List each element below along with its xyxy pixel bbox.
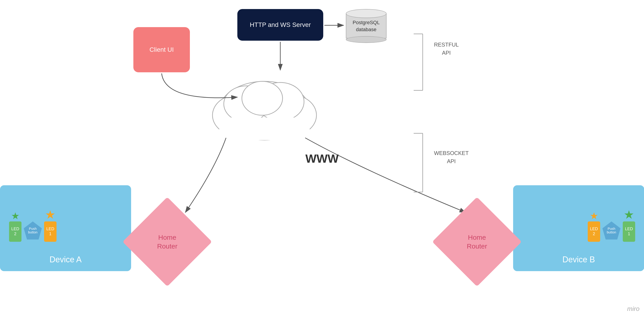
db-top bbox=[346, 9, 386, 18]
led1-tower-body: LED1 bbox=[44, 221, 56, 242]
server-box: HTTP and WS Server bbox=[237, 9, 323, 41]
svg-point-1 bbox=[212, 95, 262, 136]
device-a-led2: ★ LED2 bbox=[9, 210, 22, 242]
device-a-led1: ★ LED1 bbox=[44, 208, 56, 242]
device-a-label: Device A bbox=[50, 255, 82, 264]
svg-point-5 bbox=[242, 81, 282, 115]
router-a-wrapper: HomeRouter bbox=[131, 206, 204, 278]
device-b-label: Device B bbox=[562, 255, 595, 264]
cloud-label: WWW bbox=[306, 152, 338, 165]
led2-tower-body: LED2 bbox=[9, 221, 22, 242]
database-container: PostgreSQL database bbox=[344, 9, 389, 45]
device-b-pushbtn: Pushbutton bbox=[602, 221, 620, 240]
miro-badge: miro bbox=[627, 305, 640, 313]
device-b-led1: ★ LED1 bbox=[623, 208, 635, 242]
router-a-label: HomeRouter bbox=[157, 233, 178, 251]
device-b-led1-body: LED1 bbox=[623, 221, 635, 242]
device-b-led2-body: LED2 bbox=[588, 221, 600, 242]
client-label: Client UI bbox=[150, 46, 174, 53]
svg-point-3 bbox=[224, 86, 269, 122]
router-b-label: HomeRouter bbox=[467, 233, 487, 251]
svg-point-2 bbox=[267, 95, 316, 136]
router-b-wrapper: HomeRouter bbox=[441, 206, 513, 278]
db-bottom bbox=[346, 36, 386, 43]
svg-rect-6 bbox=[219, 117, 310, 140]
svg-point-4 bbox=[256, 82, 304, 121]
device-a-pushbtn: Pushbutton bbox=[24, 221, 42, 240]
restful-api-label: RESTFUL API bbox=[434, 41, 459, 57]
database-cylinder: PostgreSQL database bbox=[346, 9, 386, 43]
server-label: HTTP and WS Server bbox=[250, 20, 311, 29]
client-box: Client UI bbox=[133, 27, 190, 72]
websocket-api-label: WEBSOCKET API bbox=[434, 149, 468, 165]
diagram-container: HTTP and WS Server PostgreSQL database C… bbox=[0, 0, 644, 317]
database-label: PostgreSQL database bbox=[346, 19, 386, 33]
device-b-box: ★ LED2 Pushbutton ★ LED1 Device B bbox=[513, 185, 644, 271]
device-a-box: ★ LED2 Pushbutton ★ LED1 Device A bbox=[0, 185, 131, 271]
device-b-led2: ★ LED2 bbox=[588, 210, 600, 242]
svg-point-0 bbox=[219, 81, 310, 140]
